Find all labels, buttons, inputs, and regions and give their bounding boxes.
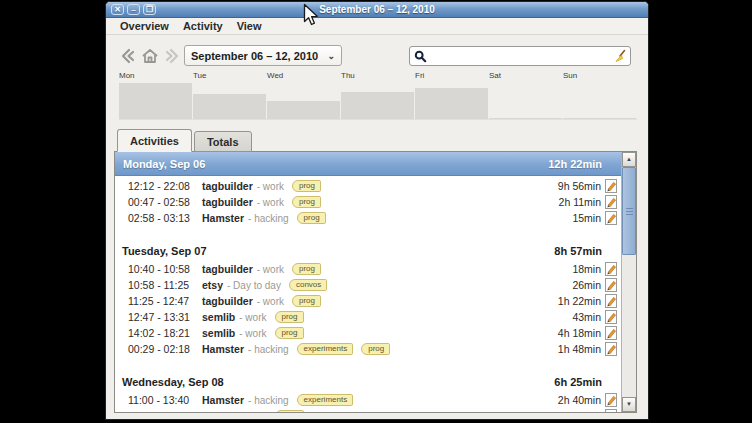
edit-icon[interactable] (604, 310, 618, 324)
edit-icon[interactable] (604, 262, 618, 276)
activity-row[interactable]: 14:02 - 18:21semlib- workprog4h 18min (115, 325, 621, 341)
search-input[interactable] (427, 49, 613, 63)
entry-activity-name: tagbuilder (202, 295, 253, 307)
window-title: September 06 – 12, 2010 (106, 4, 648, 15)
tag-badge: convos (289, 279, 327, 291)
entry-category: - hacking (248, 395, 289, 406)
entry-category: - work (257, 296, 284, 307)
clear-search-icon[interactable] (613, 49, 626, 63)
chart-day-column[interactable]: Fri (415, 70, 489, 120)
close-icon[interactable]: ✕ (111, 4, 124, 15)
entry-duration: 2h 40min (558, 394, 601, 406)
chart-day-column[interactable]: Sun (563, 70, 637, 120)
chart-bar-area (119, 83, 193, 120)
edit-icon[interactable] (604, 326, 618, 340)
entry-category: - work (257, 264, 284, 275)
chart-day-bar (563, 118, 636, 119)
week-chart[interactable]: MonTueWedThuFriSatSun (119, 70, 637, 120)
scroll-down-icon[interactable]: ▼ (622, 397, 636, 412)
entry-duration: 4h 18min (558, 327, 601, 339)
entry-time-range: 02:58 - 03:13 (128, 212, 202, 224)
chart-day-column[interactable]: Wed (267, 70, 341, 120)
edit-icon[interactable] (604, 278, 618, 292)
edit-icon[interactable] (604, 211, 618, 225)
entry-duration: 2h 11min (559, 196, 601, 208)
chart-day-bar (193, 94, 266, 119)
day-header[interactable]: Monday, Sep 0612h 22min (115, 152, 621, 176)
chevron-down-icon: ⌄ (327, 51, 335, 61)
tab-totals[interactable]: Totals (194, 131, 252, 152)
entry-duration: 3h 13min (558, 410, 601, 412)
chart-bar-area (563, 83, 637, 120)
menu-view[interactable]: View (230, 20, 269, 32)
entry-category: - work (239, 328, 266, 339)
tag-badge: prog (275, 327, 304, 339)
entry-duration: 26min (572, 279, 601, 291)
chart-bar-area (267, 83, 341, 120)
scroll-up-icon[interactable]: ▲ (622, 152, 636, 167)
entry-activity-name: Hamster (202, 394, 244, 406)
activity-row[interactable]: 11:00 - 13:40Hamster- hackingexperiments… (115, 392, 621, 408)
menu-activity[interactable]: Activity (176, 20, 230, 32)
titlebar[interactable]: September 06 – 12, 2010 ✕ – ❐ (106, 2, 648, 18)
scrollbar-track[interactable] (622, 167, 636, 397)
edit-icon[interactable] (604, 179, 618, 193)
chart-day-bar (267, 101, 340, 119)
day-header[interactable]: Tuesday, Sep 078h 57min (115, 237, 621, 259)
day-total: 8h 57min (554, 245, 602, 257)
entry-duration: 15min (572, 212, 601, 224)
date-range-label: September 06 – 12, 2010 (191, 50, 318, 62)
chart-bar-area (489, 83, 563, 120)
chart-day-label: Mon (119, 70, 193, 83)
tag-badge: prog (275, 410, 304, 412)
activity-row[interactable]: 00:29 - 02:18Hamster- hackingexperiments… (115, 341, 621, 357)
activity-row[interactable]: 02:58 - 03:13Hamster- hackingprog15min (115, 210, 621, 226)
edit-icon[interactable] (604, 393, 618, 407)
entry-category: - work (239, 312, 266, 323)
back-icon[interactable] (119, 47, 137, 65)
day-label: Monday, Sep 06 (123, 158, 205, 170)
tag-badge: prog (361, 343, 390, 355)
activity-row[interactable]: 10:40 - 10:58tagbuilder- workprog18min (115, 261, 621, 277)
chart-bar-area (415, 83, 489, 120)
chart-day-column[interactable]: Sat (489, 70, 563, 120)
desktop-background: September 06 – 12, 2010 ✕ – ❐ Overview A… (0, 0, 752, 423)
activity-row[interactable]: 12:12 - 22:08tagbuilder- workprog9h 56mi… (115, 178, 621, 194)
activity-row[interactable]: 15:10 - 18:24semlib- workprog3h 13min (115, 408, 621, 412)
tag-badge: experiments (297, 394, 354, 406)
edit-icon[interactable] (604, 409, 618, 412)
chart-day-label: Thu (341, 70, 415, 83)
chart-day-label: Sat (489, 70, 563, 83)
edit-icon[interactable] (604, 195, 618, 209)
activity-row[interactable]: 12:47 - 13:31semlib- workprog43min (115, 309, 621, 325)
scrollbar[interactable]: ▲ ▼ (621, 152, 636, 412)
day-entries: 12:12 - 22:08tagbuilder- workprog9h 56mi… (115, 176, 621, 226)
chart-bar-area (193, 83, 267, 120)
date-range-dropdown[interactable]: September 06 – 12, 2010 ⌄ (184, 45, 342, 66)
minimize-icon[interactable]: – (127, 4, 140, 15)
chart-day-label: Fri (415, 70, 489, 83)
day-label: Tuesday, Sep 07 (122, 245, 207, 257)
entry-duration: 18min (572, 263, 601, 275)
home-icon[interactable] (141, 47, 159, 65)
scrollbar-thumb[interactable] (622, 167, 636, 255)
activity-row[interactable]: 10:58 - 11:25etsy- Day to dayconvos26min (115, 277, 621, 293)
search-icon (414, 50, 427, 63)
activity-row[interactable]: 00:47 - 02:58tagbuilder- workprog2h 11mi… (115, 194, 621, 210)
entry-time-range: 12:12 - 22:08 (128, 180, 202, 192)
chart-day-column[interactable]: Mon (119, 70, 193, 120)
tag-badge: prog (292, 196, 321, 208)
chart-day-label: Wed (267, 70, 341, 83)
entry-activity-name: Hamster (202, 343, 244, 355)
activity-row[interactable]: 11:25 - 12:47tagbuilder- workprog1h 22mi… (115, 293, 621, 309)
search-box (409, 46, 631, 66)
forward-icon[interactable] (163, 47, 181, 65)
chart-day-column[interactable]: Tue (193, 70, 267, 120)
edit-icon[interactable] (604, 342, 618, 356)
menu-overview[interactable]: Overview (113, 20, 176, 32)
tab-activities[interactable]: Activities (117, 129, 192, 152)
edit-icon[interactable] (604, 294, 618, 308)
chart-day-column[interactable]: Thu (341, 70, 415, 120)
maximize-icon[interactable]: ❐ (143, 4, 156, 15)
day-header[interactable]: Wednesday, Sep 086h 25min (115, 368, 621, 390)
